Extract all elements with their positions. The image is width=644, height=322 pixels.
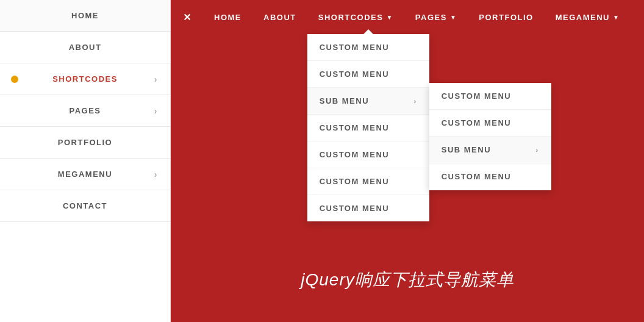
page-tagline: jQuery响应下拉式导航菜单 xyxy=(171,268,644,292)
sub-dropdown-item-label: Custom Menu xyxy=(442,172,511,181)
dropdown-item-label: Custom Menu xyxy=(320,43,389,52)
sub-dropdown-menu: Custom Menu Custom Menu Sub Menu › Custo… xyxy=(429,83,551,190)
dropdown-item-label: Custom Menu xyxy=(320,70,389,79)
sidebar-label-about: ABOUT xyxy=(69,43,102,52)
dropdown-item-label: Custom Menu xyxy=(320,204,389,213)
dropdown-item-5[interactable]: Custom Menu xyxy=(307,141,429,168)
main-content: ✕ HOME ABOUT SHORTCODES ▼ Custom Menu Cu… xyxy=(171,0,644,322)
dropdown-submenu-trigger[interactable]: Sub Menu › xyxy=(307,88,429,115)
sidebar-item-about[interactable]: ABOUT xyxy=(0,32,170,63)
sidebar-label-shortcodes: SHORTCODES xyxy=(52,74,118,84)
sidebar: HOME ABOUT SHORTCODES › PAGES › PORTFOLI… xyxy=(0,0,171,322)
topnav-shortcodes[interactable]: SHORTCODES ▼ Custom Menu Custom Menu Sub… xyxy=(307,0,404,34)
topnav-megamenu[interactable]: MEGAMENU ▼ xyxy=(545,0,631,34)
sidebar-label-pages: PAGES xyxy=(69,106,101,115)
dropdown-item-1[interactable]: Custom Menu xyxy=(307,34,429,61)
submenu-arrow-icon: › xyxy=(414,98,417,105)
active-bullet-icon xyxy=(11,76,18,83)
submenu-arrow-icon: › xyxy=(536,146,539,154)
sub-dropdown-submenu-trigger[interactable]: Sub Menu › xyxy=(429,137,551,163)
dropdown-primary-menu: Custom Menu Custom Menu Sub Menu › Custo… xyxy=(307,34,429,221)
sidebar-label-portfolio: PORTFOLIO xyxy=(58,138,112,147)
sidebar-label-contact: CONTACT xyxy=(63,201,107,210)
dropdown-item-2[interactable]: Custom Menu xyxy=(307,61,429,88)
caret-up-icon xyxy=(363,29,373,34)
dropdown-item-4[interactable]: Custom Menu xyxy=(307,115,429,141)
sub-dropdown-item-label: Custom Menu xyxy=(442,91,511,101)
sidebar-item-home[interactable]: HOME xyxy=(0,0,170,32)
topnav-home[interactable]: HOME xyxy=(203,0,252,34)
topnav-pages[interactable]: PAGES ▼ xyxy=(404,0,468,34)
sub-dropdown-item-label: Custom Menu xyxy=(442,118,511,127)
sub-dropdown-item-2[interactable]: Custom Menu xyxy=(429,110,551,137)
sidebar-label-megamenu: MEGAMENU xyxy=(58,170,112,179)
dropdown-item-label: Custom Menu xyxy=(320,177,389,186)
sub-dropdown-item-label: Sub Menu xyxy=(442,145,491,154)
chevron-right-icon: › xyxy=(154,74,158,84)
sub-dropdown-item-1[interactable]: Custom Menu xyxy=(429,83,551,110)
dropdown-item-7[interactable]: Custom Menu xyxy=(307,195,429,221)
dropdown-arrow-icon: ▼ xyxy=(450,14,457,21)
close-icon: ✕ xyxy=(183,12,191,23)
sidebar-item-shortcodes[interactable]: SHORTCODES › xyxy=(0,63,170,95)
chevron-right-icon: › xyxy=(154,170,158,179)
sidebar-label-home: HOME xyxy=(71,11,99,20)
shortcodes-dropdown: Custom Menu Custom Menu Sub Menu › Custo… xyxy=(307,34,429,221)
dropdown-item-label: Custom Menu xyxy=(320,150,389,159)
dropdown-item-label: Custom Menu xyxy=(320,123,389,132)
dropdown-item-6[interactable]: Custom Menu xyxy=(307,168,429,195)
close-button[interactable]: ✕ xyxy=(183,12,191,23)
dropdown-item-label: Sub Menu xyxy=(320,96,369,106)
dropdown-arrow-icon: ▼ xyxy=(386,14,393,21)
sub-dropdown-item-4[interactable]: Custom Menu xyxy=(429,163,551,190)
top-navigation: ✕ HOME ABOUT SHORTCODES ▼ Custom Menu Cu… xyxy=(171,0,644,34)
sidebar-item-contact[interactable]: CONTACT xyxy=(0,190,170,222)
chevron-right-icon: › xyxy=(154,106,158,116)
sidebar-item-megamenu[interactable]: MEGAMENU › xyxy=(0,159,170,190)
topnav-portfolio[interactable]: PORTFOLIO xyxy=(468,0,544,34)
sidebar-item-pages[interactable]: PAGES › xyxy=(0,95,170,127)
sidebar-item-portfolio[interactable]: PORTFOLIO xyxy=(0,127,170,159)
topnav-about[interactable]: ABOUT xyxy=(252,0,307,34)
dropdown-arrow-icon: ▼ xyxy=(613,14,620,21)
